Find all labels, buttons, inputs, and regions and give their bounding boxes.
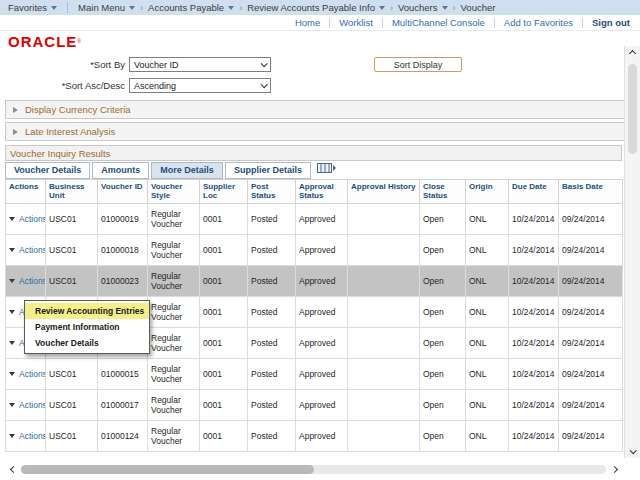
sort-display-button[interactable]: Sort Display: [374, 57, 462, 72]
cell-post_status: Posted: [248, 297, 296, 328]
breadcrumb-item-main-menu[interactable]: Main Menu: [78, 2, 135, 13]
actions-link[interactable]: Actions: [19, 214, 46, 224]
cell-voucher_id: 01000019: [98, 204, 148, 235]
breadcrumb-item-vouchers[interactable]: Vouchers: [398, 2, 448, 13]
cell-close_status: Open: [420, 235, 466, 266]
cell-origin: ONL: [466, 421, 509, 452]
breadcrumb-label: Favorites: [8, 2, 47, 13]
scroll-left-arrow-icon[interactable]: [5, 467, 21, 472]
actions-link[interactable]: Actions: [19, 276, 46, 286]
scroll-down-arrow-icon[interactable]: [630, 444, 635, 458]
toolbar-link-multichannel-console[interactable]: MultiChannel Console: [392, 17, 485, 28]
context-menu-item-voucher-details[interactable]: Voucher Details: [25, 335, 149, 351]
cell-actions: Actions: [6, 266, 46, 297]
toolbar-link-add-to-favorites[interactable]: Add to Favorites: [504, 17, 573, 28]
column-header-voucher_style[interactable]: Voucher Style: [148, 180, 200, 204]
toolbar-link-home[interactable]: Home: [295, 17, 320, 28]
actions-link[interactable]: Actions: [19, 400, 46, 410]
actions-dropdown-icon[interactable]: [9, 279, 15, 283]
horizontal-scrollbar[interactable]: [5, 462, 622, 477]
breadcrumb-label: Main Menu: [78, 2, 125, 13]
table-row: ActionsUSC0101000023Regular Voucher0001P…: [6, 266, 623, 297]
scroll-right-arrow-icon[interactable]: [606, 467, 622, 472]
cell-business_unit: USC01: [46, 359, 98, 390]
section-label: Late Interest Analysis: [25, 126, 115, 137]
cell-voucher_style: Regular Voucher: [148, 390, 200, 421]
scroll-up-arrow-icon[interactable]: [630, 46, 635, 60]
breadcrumb-item-favorites[interactable]: Favorites: [8, 2, 57, 13]
table-row: ActionsUSC0101000018Regular Voucher0001P…: [6, 235, 623, 266]
column-header-origin[interactable]: Origin: [466, 180, 509, 204]
column-header-approval_status[interactable]: Approval Status: [296, 180, 348, 204]
sort-by-select[interactable]: Voucher ID: [129, 57, 271, 72]
actions-link[interactable]: Actions: [19, 245, 46, 255]
cell-close_status: Open: [420, 297, 466, 328]
column-header-actions[interactable]: Actions: [6, 180, 46, 204]
dropdown-arrow-icon: [379, 6, 385, 10]
breadcrumb-label: Vouchers: [398, 2, 438, 13]
toolbar-link-sign-out[interactable]: Sign out: [592, 17, 630, 28]
column-header-voucher_id[interactable]: Voucher ID: [98, 180, 148, 204]
sort-asc-desc-select[interactable]: Ascending: [129, 78, 271, 93]
actions-dropdown-icon[interactable]: [9, 341, 15, 345]
column-header-due_date[interactable]: Due Date: [509, 180, 559, 204]
context-menu-item-review-accounting-entries[interactable]: Review Accounting Entries: [25, 303, 149, 319]
cell-approval_history: [348, 421, 420, 452]
vertical-scroll-track[interactable]: [628, 60, 637, 444]
actions-cell: Actions: [9, 276, 42, 286]
cell-supplier_loc: 0001: [200, 328, 248, 359]
context-menu-item-payment-information[interactable]: Payment Information: [25, 319, 149, 335]
vertical-scrollbar[interactable]: [624, 46, 640, 458]
vertical-scroll-thumb[interactable]: [628, 64, 637, 154]
actions-dropdown-icon[interactable]: [9, 403, 15, 407]
divider: [494, 18, 495, 28]
tab-voucher-details[interactable]: Voucher Details: [5, 162, 90, 179]
section-late-interest-analysis[interactable]: Late Interest Analysis: [5, 122, 629, 141]
toolbar-link-worklist[interactable]: Worklist: [339, 17, 373, 28]
cell-close_status: Open: [420, 328, 466, 359]
actions-link[interactable]: Actions: [19, 369, 46, 379]
column-header-basis_date[interactable]: Basis Date: [559, 180, 623, 204]
cell-actions: Actions: [6, 204, 46, 235]
cell-approval_status: Approved: [296, 266, 348, 297]
actions-dropdown-icon[interactable]: [9, 434, 15, 438]
breadcrumb-item-review-accounts-payable-info[interactable]: Review Accounts Payable Info: [247, 2, 385, 13]
actions-dropdown-icon[interactable]: [9, 372, 15, 376]
breadcrumb-item-accounts-payable[interactable]: Accounts Payable: [148, 2, 234, 13]
section-display-currency-criteria[interactable]: Display Currency Criteria: [5, 100, 629, 119]
oracle-logo: ORACLE: [8, 33, 77, 50]
actions-dropdown-icon[interactable]: [9, 248, 15, 252]
table-row: ActionsUSC0101000015Regular Voucher0001P…: [6, 359, 623, 390]
registered-mark: ®: [77, 38, 81, 44]
column-header-post_status[interactable]: Post Status: [248, 180, 296, 204]
tab-more-details[interactable]: More Details: [151, 162, 223, 179]
cell-voucher_id: 01000017: [98, 390, 148, 421]
column-header-business_unit[interactable]: Business Unit: [46, 180, 98, 204]
cell-post_status: Posted: [248, 390, 296, 421]
tab-amounts[interactable]: Amounts: [92, 162, 149, 179]
cell-supplier_loc: 0001: [200, 297, 248, 328]
actions-dropdown-icon[interactable]: [9, 217, 15, 221]
cell-voucher_style: Regular Voucher: [148, 421, 200, 452]
actions-dropdown-icon[interactable]: [9, 310, 15, 314]
column-header-supplier_loc[interactable]: Supplier Loc: [200, 180, 248, 204]
column-header-approval_history[interactable]: Approval History: [348, 180, 420, 204]
horizontal-scroll-thumb[interactable]: [21, 465, 314, 474]
cell-voucher_id: 01000015: [98, 359, 148, 390]
cell-approval_history: [348, 359, 420, 390]
breadcrumb-separator: ›: [239, 3, 242, 13]
tab-supplier-details[interactable]: Supplier Details: [225, 162, 311, 179]
show-all-columns-icon[interactable]: [317, 159, 337, 177]
expand-arrow-icon: [13, 129, 18, 135]
cell-voucher_style: Regular Voucher: [148, 235, 200, 266]
horizontal-scroll-track[interactable]: [21, 465, 606, 474]
breadcrumb-item-voucher[interactable]: Voucher: [461, 2, 496, 13]
column-header-close_status[interactable]: Close Status: [420, 180, 466, 204]
actions-link[interactable]: Actions: [19, 431, 46, 441]
cell-origin: ONL: [466, 359, 509, 390]
cell-basis_date: 09/24/2014: [559, 297, 623, 328]
dropdown-arrow-icon: [228, 6, 234, 10]
cell-basis_date: 09/24/2014: [559, 359, 623, 390]
cell-approval_history: [348, 328, 420, 359]
cell-due_date: 10/24/2014: [509, 328, 559, 359]
